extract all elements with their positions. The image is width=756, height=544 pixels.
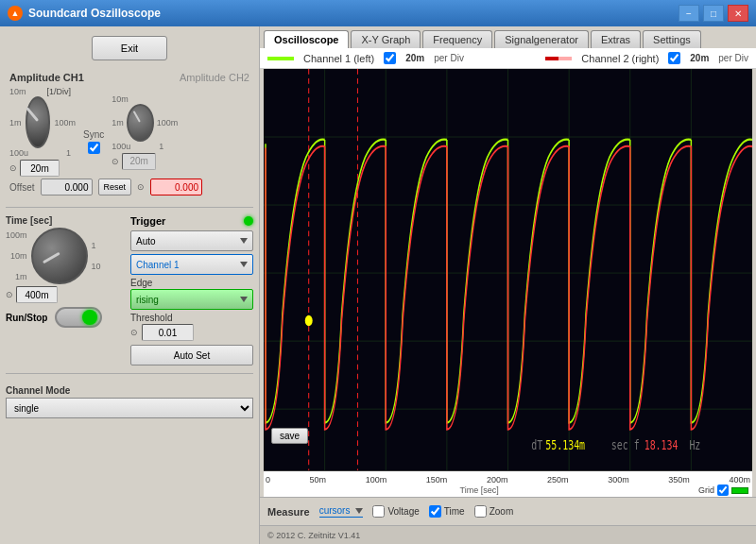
ch1-knob-bot-right: 1 — [66, 148, 71, 158]
tab-signalgenerator[interactable]: Signalgenerator — [494, 30, 589, 48]
reset-button[interactable]: Reset — [98, 178, 132, 196]
exit-button[interactable]: Exit — [92, 36, 167, 60]
save-button[interactable]: save — [271, 428, 308, 444]
trigger-mode-dropdown[interactable]: Auto — [130, 230, 253, 251]
svg-point-16 — [305, 315, 313, 327]
sync-label: Sync — [83, 129, 104, 140]
time-checkbox[interactable] — [429, 505, 441, 518]
measure-label: Measure — [267, 506, 310, 518]
voltage-label: Voltage — [387, 506, 419, 517]
maximize-button[interactable]: □ — [703, 5, 724, 22]
run-stop-indicator — [82, 310, 97, 325]
trigger-section: Trigger Auto Channel 1 Edge rising Thres… — [130, 215, 253, 366]
ch1-checkbox[interactable] — [384, 52, 396, 64]
offset-label: Offset — [9, 182, 35, 193]
right-panel: Oscilloscope X-Y Graph Frequency Signalg… — [260, 26, 756, 544]
threshold-input[interactable]: 0.01 — [142, 324, 194, 341]
time-value-input[interactable]: 400m — [16, 286, 58, 303]
trigger-edge-arrow — [240, 297, 248, 302]
title-bar: ▲ Soundcard Oszilloscope − □ ✕ — [0, 0, 756, 26]
svg-text:sec  f: sec f — [611, 438, 640, 453]
x-label-50m: 50m — [310, 475, 327, 484]
zoom-label: Zoom — [490, 506, 514, 517]
x-label-350m: 350m — [668, 475, 690, 484]
ch2-checkbox[interactable] — [668, 52, 680, 64]
ch1-per-div-value: 20m — [405, 53, 424, 63]
ch1-knob[interactable] — [26, 96, 51, 148]
channel-row: Channel 1 (left) 20m per Div Channel 2 (… — [260, 48, 756, 69]
tab-bar: Oscilloscope X-Y Graph Frequency Signalg… — [260, 26, 756, 48]
ch1-offset-input[interactable]: 0.000 — [41, 178, 93, 196]
svg-text:18.134: 18.134 — [644, 438, 679, 453]
threshold-row: ⊙ 0.01 — [130, 324, 253, 341]
ch2-knob-mid-right: 100m — [157, 118, 179, 128]
x-label-150m: 150m — [426, 475, 448, 484]
time-scroll-icon: ⊙ — [6, 290, 13, 299]
run-stop-row: Run/Stop — [6, 307, 127, 328]
x-axis-bottom: Time [sec] Grid — [264, 484, 752, 496]
ch1-knob-top-left: 10m — [9, 87, 26, 96]
close-button[interactable]: ✕ — [728, 5, 748, 22]
ch1-value-input[interactable]: 20m — [20, 160, 60, 177]
amplitude-knob-row: 10m [1/Div] 1m 100m 100u 1 — [9, 87, 249, 177]
measure-bar: Measure cursors Voltage Time Zoom — [260, 497, 756, 525]
ch1-knob-bot-left: 100u — [9, 148, 28, 158]
ch1-color-indicator — [267, 57, 294, 60]
channel-mode-select[interactable]: single — [6, 398, 253, 418]
trigger-edge-label: rising — [136, 295, 159, 305]
tab-settings[interactable]: Settings — [643, 30, 701, 48]
tab-frequency[interactable]: Frequency — [422, 30, 492, 48]
offset-row: Offset 0.000 Reset ⊙ 0.000 — [9, 178, 249, 196]
ch1-knob-container: 10m [1/Div] 1m 100m 100u 1 — [9, 87, 76, 177]
minimize-button[interactable]: − — [679, 5, 699, 22]
trigger-channel-label: Channel 1 — [136, 260, 180, 270]
ch2-knob-bot-right: 1 — [159, 142, 163, 151]
voltage-checkbox[interactable] — [372, 505, 385, 518]
time-mid-left: 10m — [10, 251, 27, 261]
time-bot-left: 1m — [15, 272, 27, 281]
zoom-check-group: Zoom — [474, 505, 514, 518]
time-knob-row: 100m 10m 1m 1 10 — [6, 228, 127, 284]
grid-label: Grid — [698, 485, 714, 495]
copyright-bar: © 2012 C. Zeitnitz V1.41 — [260, 525, 756, 544]
time-top: 100m — [6, 230, 27, 240]
ch1-per-div-label: per Div — [434, 53, 464, 63]
ch2-knob-mid-left: 1m — [112, 118, 124, 128]
tab-extras[interactable]: Extras — [591, 30, 641, 48]
svg-text:dT: dT — [531, 438, 542, 453]
tab-oscilloscope[interactable]: Oscilloscope — [264, 30, 349, 48]
svg-text:Hz: Hz — [689, 438, 700, 453]
cursor-arrow-icon — [355, 508, 363, 514]
oscilloscope-svg: dT 55.134m sec f 18.134 Hz — [264, 69, 752, 470]
cursor-dropdown[interactable]: cursors — [319, 505, 364, 518]
time-check-group: Time — [429, 505, 465, 518]
x-label-0: 0 — [266, 475, 270, 484]
ch2-value-input[interactable]: 20m — [122, 153, 156, 170]
ch2-amplitude-label: Amplitude CH2 — [180, 72, 249, 83]
oscilloscope-display: dT 55.134m sec f 18.134 Hz save — [264, 69, 752, 470]
trigger-header: Trigger — [130, 215, 253, 227]
window-controls[interactable]: − □ ✕ — [679, 5, 748, 22]
grid-control: Grid — [698, 484, 748, 496]
main-container: Exit Amplitude CH1 Amplitude CH2 10m [1/… — [0, 26, 756, 544]
run-stop-toggle[interactable] — [55, 307, 102, 328]
amplitude-header: Amplitude CH1 Amplitude CH2 — [9, 72, 249, 83]
time-knob[interactable] — [31, 228, 88, 284]
grid-checkbox[interactable] — [717, 484, 729, 496]
ch1-knob-mid-right: 100m — [54, 118, 76, 128]
sync-checkbox[interactable] — [88, 142, 100, 154]
auto-set-button[interactable]: Auto Set — [130, 345, 253, 366]
ch1-knob-mid-left: 1m — [9, 118, 22, 128]
ch2-knob[interactable] — [127, 104, 154, 142]
ch2-knob-top-left: 10m — [112, 94, 129, 104]
ch2-offset-input[interactable]: 0.000 — [150, 178, 202, 196]
zoom-checkbox[interactable] — [474, 505, 487, 518]
trigger-channel-dropdown[interactable]: Channel 1 — [130, 254, 253, 275]
tab-xy-graph[interactable]: X-Y Graph — [351, 30, 421, 48]
svg-text:55.134m: 55.134m — [545, 438, 585, 453]
trigger-mode-label: Auto — [136, 236, 156, 246]
ch2-label: Channel 2 (right) — [581, 53, 659, 64]
trigger-edge-dropdown[interactable]: rising — [130, 289, 253, 310]
sync-section: Sync — [83, 129, 104, 154]
time-trigger-section: Time [sec] 100m 10m 1m 1 10 — [6, 215, 253, 366]
